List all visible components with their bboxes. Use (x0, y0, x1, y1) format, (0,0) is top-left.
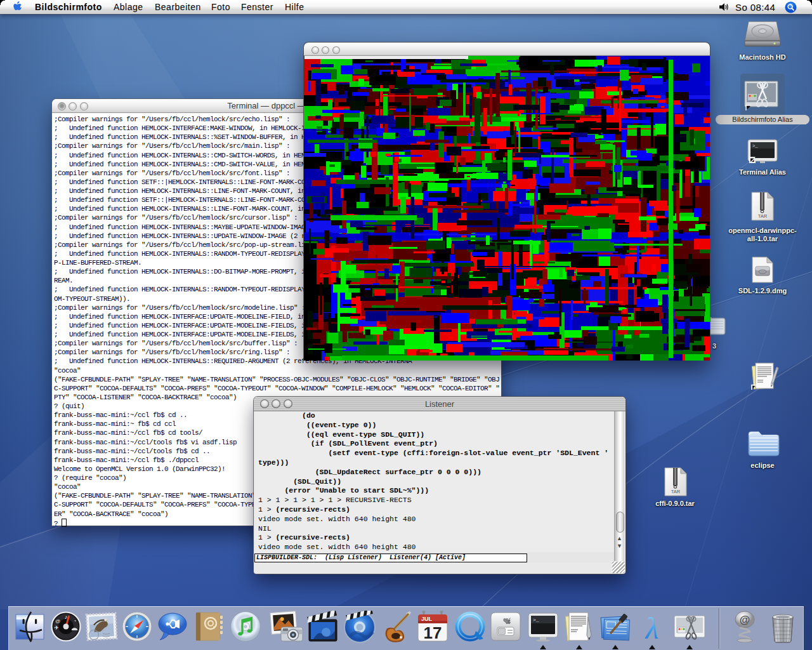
svg-text:◔: ◔ (74, 618, 77, 624)
svg-text:✈: ✈ (54, 625, 59, 631)
svg-text:TAR: TAR (758, 213, 768, 219)
svg-text:17: 17 (424, 623, 442, 642)
svg-text:@: @ (55, 618, 60, 624)
svg-text:♪: ♪ (65, 614, 68, 620)
svg-text:>_: >_ (533, 617, 539, 623)
svg-text:λ: λ (645, 611, 659, 642)
svg-text:@: @ (740, 614, 750, 626)
svg-text:TAR: TAR (671, 489, 681, 494)
svg-text:>_: >_ (752, 143, 758, 149)
svg-text:JUL: JUL (421, 616, 433, 622)
